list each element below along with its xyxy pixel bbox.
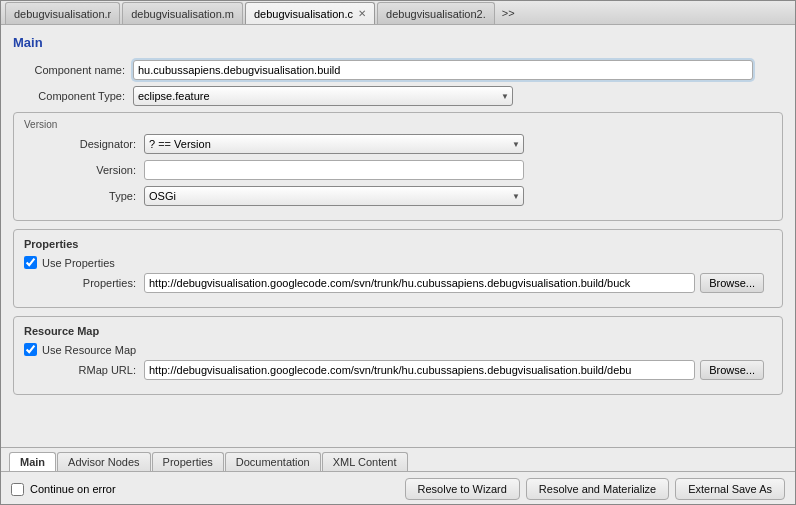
component-type-row: Component Type: eclipse.feature eclipse.… [13,86,783,106]
designator-control: ? == Version = Version >= Version <= Ver… [144,134,764,154]
designator-row: Designator: ? == Version = Version >= Ve… [24,134,772,154]
properties-url-row: Properties: Browse... [24,273,772,293]
component-type-label: Component Type: [13,90,133,102]
action-bar: Continue on error Resolve to Wizard Reso… [1,471,795,505]
main-content: Main Component name: Component Type: ecl… [1,25,795,505]
properties-url-input[interactable] [144,273,695,293]
component-name-input[interactable] [133,60,753,80]
version-group-label: Version [24,119,772,130]
tab-label: debugvisualisation.m [131,8,234,20]
action-right: Resolve to Wizard Resolve and Materializ… [405,478,785,500]
section-title: Main [13,35,783,50]
component-name-label: Component name: [13,64,133,76]
component-name-control [133,60,753,80]
type-label: Type: [24,190,144,202]
action-left: Continue on error [11,483,116,496]
resolve-to-wizard-button[interactable]: Resolve to Wizard [405,478,520,500]
continue-on-error-checkbox[interactable] [11,483,24,496]
rmap-url-with-button: Browse... [144,360,764,380]
version-value-control [144,160,764,180]
tab-label: debugvisualisation.c [254,8,353,20]
component-name-row: Component name: [13,60,783,80]
tab-overflow-button[interactable]: >> [497,7,520,19]
type-wrapper: OSGi Maven Other [144,186,524,206]
type-row: Type: OSGi Maven Other [24,186,772,206]
properties-section: Properties Use Properties Properties: Br… [13,229,783,308]
properties-browse-button[interactable]: Browse... [700,273,764,293]
tab-label: debugvisualisation.r [14,8,111,20]
resolve-and-materialize-button[interactable]: Resolve and Materialize [526,478,669,500]
use-properties-checkbox[interactable] [24,256,37,269]
version-value-label: Version: [24,164,144,176]
use-resource-map-row: Use Resource Map [24,343,772,356]
main-panel: Main Component name: Component Type: ecl… [1,25,795,447]
use-resource-map-label: Use Resource Map [42,344,136,356]
rmap-url-control: Browse... [144,360,764,380]
tab-label: debugvisualisation2. [386,8,486,20]
close-icon[interactable]: ✕ [358,8,366,19]
resource-map-section: Resource Map Use Resource Map RMap URL: … [13,316,783,395]
properties-url-with-button: Browse... [144,273,764,293]
version-section: Version Designator: ? == Version = Versi… [13,112,783,221]
use-resource-map-checkbox[interactable] [24,343,37,356]
continue-on-error-label: Continue on error [30,483,116,495]
properties-group-label: Properties [24,238,772,250]
use-properties-row: Use Properties [24,256,772,269]
tab-debugvisualisation-r[interactable]: debugvisualisation.r [5,2,120,24]
tab-xml-content[interactable]: XML Content [322,452,408,471]
tab-debugvisualisation-c[interactable]: debugvisualisation.c ✕ [245,2,375,24]
version-value-input[interactable] [144,160,524,180]
tab-debugvisualisation-m[interactable]: debugvisualisation.m [122,2,243,24]
tab-debugvisualisation-2[interactable]: debugvisualisation2. [377,2,495,24]
rmap-url-input[interactable] [144,360,695,380]
properties-url-label: Properties: [24,277,144,289]
component-type-wrapper: eclipse.feature eclipse.plugin osgi.bund… [133,86,513,106]
bottom-tabs: Main Advisor Nodes Properties Documentat… [1,447,795,471]
designator-select[interactable]: ? == Version = Version >= Version <= Ver… [144,134,524,154]
external-save-as-button[interactable]: External Save As [675,478,785,500]
title-bar: debugvisualisation.r debugvisualisation.… [1,1,795,25]
tab-advisor-nodes[interactable]: Advisor Nodes [57,452,151,471]
properties-url-control: Browse... [144,273,764,293]
rmap-url-row: RMap URL: Browse... [24,360,772,380]
tab-main[interactable]: Main [9,452,56,471]
use-properties-label: Use Properties [42,257,115,269]
component-type-control: eclipse.feature eclipse.plugin osgi.bund… [133,86,753,106]
tab-documentation[interactable]: Documentation [225,452,321,471]
designator-wrapper: ? == Version = Version >= Version <= Ver… [144,134,524,154]
rmap-url-label: RMap URL: [24,364,144,376]
version-value-row: Version: [24,160,772,180]
component-type-select[interactable]: eclipse.feature eclipse.plugin osgi.bund… [133,86,513,106]
type-select[interactable]: OSGi Maven Other [144,186,524,206]
designator-label: Designator: [24,138,144,150]
resource-map-group-label: Resource Map [24,325,772,337]
type-control: OSGi Maven Other [144,186,764,206]
tab-properties[interactable]: Properties [152,452,224,471]
rmap-browse-button[interactable]: Browse... [700,360,764,380]
